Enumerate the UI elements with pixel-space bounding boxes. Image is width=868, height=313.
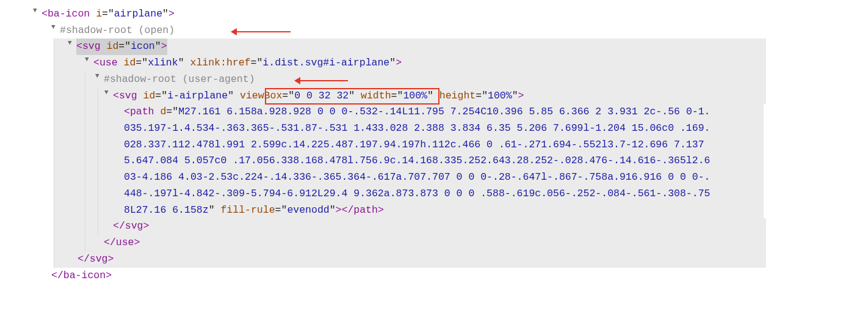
attr-name: xlink:href (190, 57, 250, 68)
tag-name: path (130, 106, 154, 117)
attr-name: fill-rule (220, 204, 275, 216)
expander-icon[interactable]: ▼ (68, 38, 76, 49)
annotation-arrow-icon (300, 80, 348, 81)
shadow-root-label: #shadow-root (user-agent) (104, 72, 255, 88)
attr-name: id (124, 57, 136, 68)
attr-name: i (96, 8, 102, 20)
annotation-highlight-box (265, 88, 439, 105)
shadow-root-open[interactable]: ▼ #shadow-root (open) (0, 23, 868, 39)
tag-name: ba-icon (48, 8, 90, 20)
dom-close-use[interactable]: </use> (0, 235, 868, 251)
expander-icon[interactable]: ▼ (104, 87, 113, 98)
attr-value: xlink (148, 57, 178, 68)
attr-value: icon (131, 40, 155, 52)
attr-value: evenodd (287, 204, 329, 216)
dom-node-ba-icon[interactable]: ▼ <ba-icon i="airplane"> (0, 6, 868, 23)
dom-node-svg-i-airplane[interactable]: ▼ <svg id="i-airplane" viewBox="0 0 32 3… (0, 88, 868, 105)
dom-close-svg-outer[interactable]: </svg> (0, 251, 868, 268)
attr-value: 100% (488, 90, 512, 101)
path-d-value: M27.161 6.158a.928.928 0 0 0-.532-.14L11… (124, 106, 710, 215)
attr-name: d (160, 106, 166, 117)
attr-name: id (143, 90, 156, 101)
expander-icon[interactable]: ▼ (33, 6, 42, 17)
annotation-arrow-icon (237, 31, 291, 32)
dom-node-path[interactable]: <path d="M27.161 6.158a.928.928 0 0 0-.5… (0, 104, 868, 218)
attr-value: i.dist.svg#i-airplane (262, 57, 389, 68)
shadow-root-user-agent[interactable]: ▼ #shadow-root (user-agent) (0, 72, 868, 88)
attr-value: i-airplane (167, 90, 228, 101)
attr-name: height (439, 90, 476, 101)
attr-name: id (107, 40, 119, 52)
expander-icon[interactable]: ▼ (85, 54, 93, 65)
attr-value: airplane (114, 8, 162, 20)
dom-close-ba-icon[interactable]: </ba-icon> (0, 268, 868, 284)
expander-icon[interactable]: ▼ (95, 71, 104, 82)
tag-name: svg (119, 90, 137, 101)
dom-node-use[interactable]: ▼ <use id="xlink" xlink:href="i.dist.svg… (0, 55, 868, 72)
angle-open: < (42, 8, 48, 20)
tag-name: svg (82, 40, 101, 52)
dom-close-svg-inner[interactable]: </svg> (0, 218, 868, 235)
shadow-root-label: #shadow-root (open) (60, 23, 175, 39)
expander-icon[interactable]: ▼ (51, 22, 60, 33)
tag-name: use (99, 57, 118, 68)
dom-node-svg-icon[interactable]: ▼ <svg id="icon"> (0, 39, 868, 55)
